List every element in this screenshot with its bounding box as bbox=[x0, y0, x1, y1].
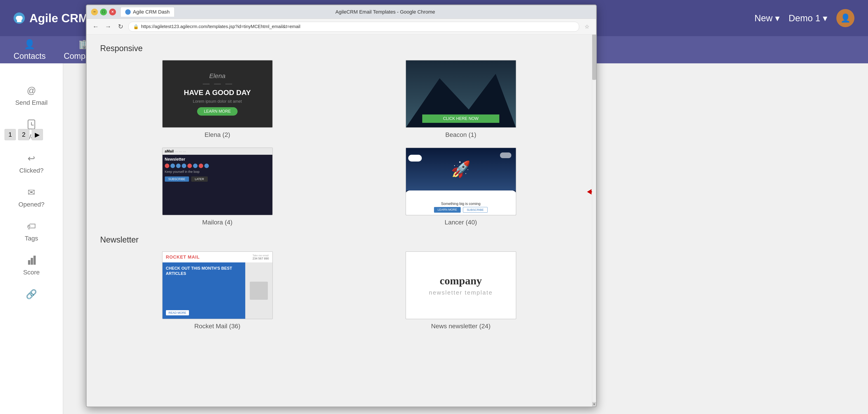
lancer-preview: 🚀 Something big is coming LEARN MORE SUB… bbox=[406, 148, 516, 215]
lancer-cloud bbox=[408, 155, 422, 161]
mailora-topbar: aMail --- --- --- bbox=[162, 148, 272, 155]
rocketmail-cta: READ MORE bbox=[166, 310, 189, 315]
lancer-thumb[interactable]: 🚀 Something big is coming LEARN MORE SUB… bbox=[405, 148, 516, 215]
sidebar-clicked[interactable]: ↩ Clicked? bbox=[19, 152, 43, 174]
mailora-people bbox=[165, 164, 270, 168]
rocketmail-thumb[interactable]: ROCKET MAIL Take me email 234 567 890 CH… bbox=[162, 252, 273, 319]
logo-text: Agile CRM bbox=[29, 11, 88, 25]
elena-headline: HAVE A GOOD DAY bbox=[184, 88, 251, 97]
browser-tab[interactable]: Agile CRM Dash bbox=[121, 7, 175, 17]
elena-preview: Elena HAVE A GOOD DAY Lorem ipsum dolor … bbox=[162, 60, 272, 127]
send-email-icon: @ bbox=[25, 84, 38, 97]
template-mailora[interactable]: aMail --- --- --- Newsletter bbox=[100, 148, 335, 226]
link-icon: 🔗 bbox=[25, 287, 38, 301]
sidebar-tags[interactable]: 🏷 Tags bbox=[25, 219, 38, 242]
lock-icon: 🔒 bbox=[133, 24, 139, 29]
newsletter-title: Newsletter bbox=[100, 235, 578, 244]
responsive-title: Responsive bbox=[100, 44, 578, 53]
template-beacon[interactable]: Ø CLICK HERE NOW Beacon (1) bbox=[344, 60, 578, 139]
lancer-headline: Something big is coming bbox=[408, 202, 514, 206]
page-1[interactable]: 1 bbox=[4, 129, 16, 140]
rocketmail-header: ROCKET MAIL Take me email 234 567 890 bbox=[162, 252, 272, 262]
score-icon bbox=[25, 254, 38, 267]
lancer-label: Lancer (40) bbox=[445, 219, 477, 226]
address-bar[interactable]: 🔒 https://agiletest123.agilecrm.com/temp… bbox=[128, 22, 579, 32]
news-newsletter-label: News newsletter (24) bbox=[431, 323, 491, 330]
chrome-addressbar: ← → ↻ 🔒 https://agiletest123.agilecrm.co… bbox=[87, 19, 596, 35]
mailora-thumb[interactable]: aMail --- --- --- Newsletter bbox=[162, 148, 273, 215]
news-newsletter-thumb[interactable]: company newsletter template bbox=[405, 252, 516, 319]
subnav-contacts[interactable]: 👤 Contacts bbox=[13, 39, 46, 61]
window-controls: − □ × bbox=[91, 8, 116, 16]
newsletter-grid: ROCKET MAIL Take me email 234 567 890 CH… bbox=[100, 252, 578, 330]
maximize-button[interactable]: □ bbox=[100, 8, 107, 16]
lancer-btn2: SUBSCRIBE bbox=[463, 207, 488, 213]
news-newsletter-preview: company newsletter template bbox=[406, 252, 516, 319]
rocketmail-preview: ROCKET MAIL Take me email 234 567 890 CH… bbox=[162, 252, 272, 319]
mailora-subscribe-btn: SUBSCRIBE bbox=[165, 176, 189, 182]
template-gallery: Responsive Elena bbox=[87, 35, 596, 407]
url-text: https://agiletest123.agilecrm.com/templa… bbox=[141, 24, 301, 29]
template-elena[interactable]: Elena HAVE A GOOD DAY Lorem ipsum dolor … bbox=[100, 60, 335, 139]
mailora-buttons: SUBSCRIBE LATER bbox=[165, 176, 270, 182]
responsive-grid: Elena HAVE A GOOD DAY Lorem ipsum dolor … bbox=[100, 60, 578, 226]
scroll-down[interactable]: ▼ bbox=[592, 402, 596, 407]
news-newsletter-text: newsletter template bbox=[429, 289, 493, 296]
page-2[interactable]: 2 bbox=[18, 129, 29, 140]
pagination: 1 2 ▶ bbox=[4, 129, 43, 140]
sidebar-opened[interactable]: ✉ Opened? bbox=[18, 185, 44, 208]
chrome-titlebar: − □ × Agile CRM Dash AgileCRM Email Temp… bbox=[87, 5, 596, 19]
beacon-bg: Ø CLICK HERE NOW bbox=[406, 60, 516, 127]
beacon-preview: Ø CLICK HERE NOW bbox=[406, 60, 516, 127]
rocketmail-brand: ROCKET MAIL bbox=[166, 255, 200, 260]
rocketmail-left: CHECK OUT THIS MONTH'S BEST ARTICLES REA… bbox=[162, 262, 245, 319]
mailora-preview: aMail --- --- --- Newsletter bbox=[162, 148, 272, 215]
elena-thumb[interactable]: Elena HAVE A GOOD DAY Lorem ipsum dolor … bbox=[162, 60, 273, 128]
sidebar-score[interactable]: Score bbox=[23, 254, 39, 276]
window-title: AgileCRM Email Templates - Google Chrome bbox=[179, 9, 592, 15]
new-button[interactable]: New ▾ bbox=[754, 13, 780, 23]
close-button[interactable]: × bbox=[109, 8, 116, 16]
scrollbar-thumb[interactable] bbox=[592, 35, 596, 80]
page-next[interactable]: ▶ bbox=[32, 129, 43, 140]
user-avatar[interactable]: 👤 bbox=[836, 9, 855, 27]
forward-button[interactable]: → bbox=[103, 22, 113, 31]
agile-logo: Agile CRM bbox=[13, 11, 88, 25]
mailora-subtext: Keep yourself in the loop bbox=[165, 170, 270, 174]
tags-icon: 🏷 bbox=[25, 219, 38, 233]
lancer-buttons: LEARN MORE SUBSCRIBE bbox=[408, 207, 514, 213]
elena-subtext: Lorem ipsum dolor sit amet bbox=[193, 99, 242, 104]
template-rocketmail[interactable]: ROCKET MAIL Take me email 234 567 890 CH… bbox=[100, 252, 335, 330]
template-lancer[interactable]: 🚀 Something big is coming LEARN MORE SUB… bbox=[344, 148, 578, 226]
sidebar-send-email[interactable]: @ Send Email bbox=[15, 84, 48, 106]
demo-button[interactable]: Demo 1 ▾ bbox=[789, 13, 827, 23]
tab-title: Agile CRM Dash bbox=[133, 9, 170, 15]
rocketmail-image bbox=[250, 282, 268, 300]
nav-right: New ▾ Demo 1 ▾ 👤 bbox=[754, 9, 855, 27]
mailora-label: Mailora (4) bbox=[202, 219, 232, 226]
rocketmail-body: CHECK OUT THIS MONTH'S BEST ARTICLES REA… bbox=[162, 262, 272, 319]
mailora-dark: Newsletter bbox=[162, 155, 272, 215]
beacon-label: Beacon (1) bbox=[445, 131, 476, 139]
refresh-button[interactable]: ↻ bbox=[116, 22, 125, 31]
template-news-newsletter[interactable]: company newsletter template News newslet… bbox=[344, 252, 578, 330]
back-button[interactable]: ← bbox=[91, 22, 100, 31]
elena-label: Elena (2) bbox=[205, 131, 230, 139]
lancer-rocket-icon: 🚀 bbox=[451, 160, 471, 178]
lancer-btn1: LEARN MORE bbox=[434, 207, 461, 213]
bookmark-button[interactable]: ☆ bbox=[583, 22, 592, 31]
arrow-head bbox=[587, 189, 592, 195]
minimize-button[interactable]: − bbox=[91, 8, 98, 16]
scrollbar[interactable]: ▲ ▼ bbox=[592, 35, 596, 407]
beacon-cta: CLICK HERE NOW bbox=[422, 115, 499, 123]
news-company-text: company bbox=[440, 274, 482, 287]
sidebar-link[interactable]: 🔗 bbox=[25, 287, 38, 301]
beacon-thumb[interactable]: Ø CLICK HERE NOW bbox=[405, 60, 516, 128]
rocketmail-label: Rocket Mail (36) bbox=[194, 323, 241, 330]
rocketmail-headline: CHECK OUT THIS MONTH'S BEST ARTICLES bbox=[166, 266, 242, 276]
mailora-headline: Newsletter bbox=[165, 157, 270, 162]
chrome-window: − □ × Agile CRM Dash AgileCRM Email Temp… bbox=[86, 4, 597, 407]
clicked-icon: ↩ bbox=[25, 152, 38, 165]
opened-icon: ✉ bbox=[25, 185, 38, 199]
gallery-scroll-area: Responsive Elena bbox=[87, 35, 596, 348]
